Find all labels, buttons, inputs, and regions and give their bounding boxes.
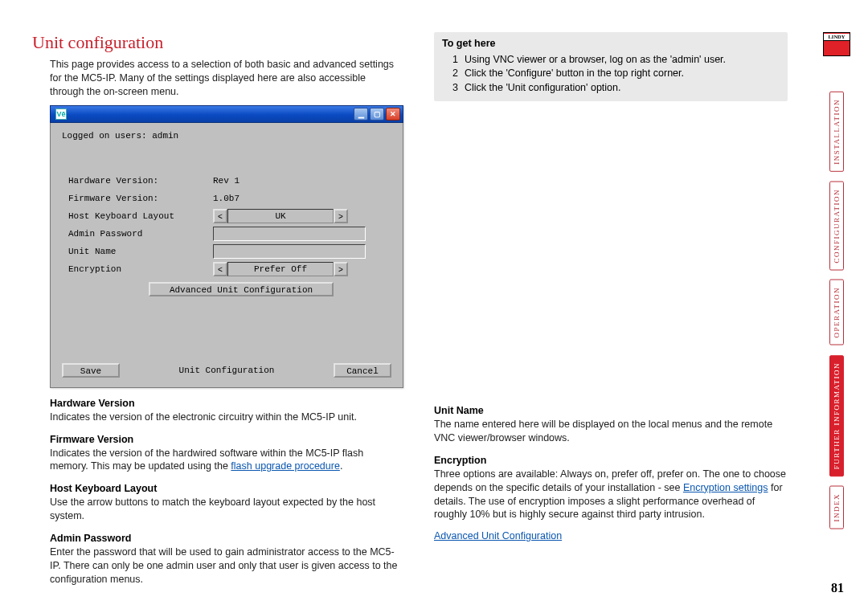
firmware-version-label: Firmware Version: <box>68 194 213 203</box>
page-title: Unit configuration <box>32 32 402 53</box>
nav-tab-operation[interactable]: OPERATION <box>829 280 844 345</box>
admin-password-label: Admin Password <box>68 229 213 239</box>
encryption-prev[interactable]: < <box>213 262 227 276</box>
unit-name-label: Unit Name <box>68 247 213 256</box>
admin-password-input[interactable] <box>213 227 366 241</box>
host-kb-prev[interactable]: < <box>213 209 227 223</box>
fw-text: Indicates the version of the hardwired s… <box>50 447 402 474</box>
un-heading: Unit Name <box>434 405 788 416</box>
firmware-version-value: 1.0b7 <box>213 194 240 203</box>
advanced-unit-config-button[interactable]: Advanced Unit Configuration <box>149 282 334 296</box>
fw-text-2: . <box>340 460 342 472</box>
dialog-title: Unit Configuration <box>179 366 275 375</box>
kb-heading: Host Keyboard Layout <box>50 483 402 494</box>
nav-tab-configuration[interactable]: CONFIGURATION <box>829 182 844 271</box>
encryption-settings-link[interactable]: Encryption settings <box>683 482 768 493</box>
window-titlebar: Vē ▁ ▢ ✕ <box>50 105 403 123</box>
hw-text: Indicates the version of the electronic … <box>50 411 402 424</box>
encryption-label: Encryption <box>68 264 213 274</box>
minimize-button[interactable]: ▁ <box>354 108 368 121</box>
hardware-version-value: Rev 1 <box>213 176 240 186</box>
encryption-value: Prefer Off <box>227 262 334 276</box>
ap-text: Enter the password that will be used to … <box>50 546 402 586</box>
ap-heading: Admin Password <box>50 533 402 544</box>
step-3: 3Click the 'Unit configuration' option. <box>450 81 780 96</box>
flash-upgrade-link[interactable]: flash upgrade procedure <box>231 460 340 472</box>
nav-tab-index[interactable]: INDEX <box>829 486 844 529</box>
nav-tab-further-information[interactable]: FURTHER INFORMATION <box>829 355 844 476</box>
to-get-here-box: To get here 1Using VNC viewer or a brows… <box>434 32 788 101</box>
maximize-button[interactable]: ▢ <box>370 108 384 121</box>
intro-text: This page provides access to a selection… <box>50 58 402 99</box>
fw-heading: Firmware Version <box>50 434 402 445</box>
step-1: 1Using VNC viewer or a browser, log on a… <box>450 53 780 67</box>
host-kb-next[interactable]: > <box>334 209 348 223</box>
side-nav: LINDY INSTALLATIONCONFIGURATIONOPERATION… <box>823 32 850 536</box>
host-kb-value: UK <box>227 209 334 223</box>
logged-on-text: Logged on users: admin <box>62 131 391 141</box>
config-screenshot: Vē ▁ ▢ ✕ Logged on users: admin Hardware… <box>50 105 403 388</box>
enc-text: Three options are available: Always on, … <box>434 468 788 522</box>
save-button[interactable]: Save <box>62 363 120 378</box>
page-number: 81 <box>831 581 844 595</box>
advanced-unit-config-link[interactable]: Advanced Unit Configuration <box>434 530 562 541</box>
enc-heading: Encryption <box>434 455 788 466</box>
unit-name-input[interactable] <box>213 244 366 259</box>
cancel-button[interactable]: Cancel <box>334 363 391 378</box>
kb-text: Use the arrow buttons to match the keybo… <box>50 496 402 523</box>
to-get-here-heading: To get here <box>442 37 780 51</box>
step-2: 2Click the 'Configure' button in the top… <box>450 67 780 81</box>
nav-tab-installation[interactable]: INSTALLATION <box>829 92 844 172</box>
hw-heading: Hardware Version <box>50 398 402 409</box>
encryption-next[interactable]: > <box>334 262 348 276</box>
host-keyboard-label: Host Keyboard Layout <box>68 211 213 221</box>
hardware-version-label: Hardware Version: <box>68 176 213 186</box>
un-text: The name entered here will be displayed … <box>434 418 788 445</box>
brand-logo: LINDY <box>823 32 850 56</box>
close-button[interactable]: ✕ <box>386 108 400 121</box>
vnc-icon: Vē <box>55 108 67 120</box>
